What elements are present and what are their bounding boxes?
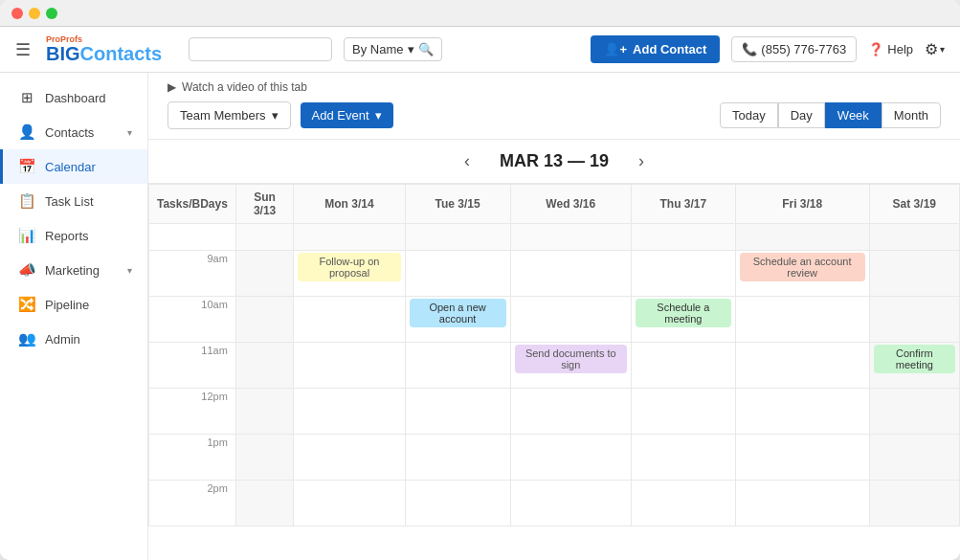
sidebar: ⊞ Dashboard 👤 Contacts ▾ 📅 Calendar 📋 Ta… xyxy=(0,73,148,560)
calendar-cell[interactable] xyxy=(735,481,869,526)
calendar-cell[interactable] xyxy=(235,389,293,435)
calendar-cell[interactable] xyxy=(735,297,869,343)
minimize-button[interactable] xyxy=(29,8,40,19)
calendar-navigation: ‹ MAR 13 — 19 › xyxy=(148,140,960,184)
marketing-icon: 📣 xyxy=(18,261,35,279)
calendar-cell[interactable] xyxy=(632,389,736,435)
contacts-icon: 👤 xyxy=(18,123,35,141)
calendar-cell[interactable] xyxy=(632,481,736,526)
sidebar-item-task-list[interactable]: 📋 Task List xyxy=(0,184,147,218)
sidebar-label-marketing: Marketing xyxy=(45,263,100,278)
event-chip[interactable]: Send documents to sign xyxy=(515,345,628,373)
tasks-time-label xyxy=(149,224,236,251)
event-chip[interactable]: Schedule a meeting xyxy=(636,299,731,327)
logo-contacts: Contacts xyxy=(80,44,163,63)
view-day-button[interactable]: Day xyxy=(778,102,825,128)
help-icon: ❓ xyxy=(868,42,883,56)
calendar-cell[interactable] xyxy=(632,435,736,481)
calendar-cell[interactable] xyxy=(869,481,959,526)
sidebar-item-admin[interactable]: 👥 Admin xyxy=(0,322,147,356)
add-event-button[interactable]: Add Event ▾ xyxy=(301,102,393,128)
calendar-cell[interactable] xyxy=(405,389,510,435)
calendar-cell[interactable] xyxy=(869,435,959,481)
search-input[interactable] xyxy=(197,42,324,56)
settings-button[interactable]: ⚙ ▾ xyxy=(925,40,945,58)
sidebar-item-reports[interactable]: 📊 Reports xyxy=(0,218,147,253)
sidebar-item-dashboard[interactable]: ⊞ Dashboard xyxy=(0,80,147,115)
calendar-cell[interactable] xyxy=(294,343,405,389)
watch-video-link[interactable]: ▶ Watch a video of this tab xyxy=(167,80,941,94)
by-name-dropdown[interactable]: By Name ▾ 🔍 xyxy=(344,37,441,61)
prev-arrow[interactable]: ‹ xyxy=(454,151,480,171)
sidebar-item-marketing[interactable]: 📣 Marketing ▾ xyxy=(0,253,147,287)
team-members-label: Team Members xyxy=(180,108,266,123)
calendar-cell[interactable] xyxy=(510,297,632,343)
sidebar-item-contacts[interactable]: 👤 Contacts ▾ xyxy=(0,115,147,149)
main-layout: ⊞ Dashboard 👤 Contacts ▾ 📅 Calendar 📋 Ta… xyxy=(0,73,960,560)
event-chip[interactable]: Open a new account xyxy=(410,299,506,327)
event-chip[interactable]: Confirm meeting xyxy=(874,345,955,373)
time-label: 12pm xyxy=(149,389,236,435)
calendar-cell[interactable] xyxy=(510,481,632,526)
traffic-lights xyxy=(11,8,57,19)
calendar-cell[interactable] xyxy=(735,343,869,389)
play-icon: ▶ xyxy=(167,80,176,94)
sidebar-label-dashboard: Dashboard xyxy=(45,91,106,105)
calendar-cell[interactable] xyxy=(405,251,510,297)
time-row: 1pm xyxy=(149,435,960,481)
calendar-cell[interactable] xyxy=(294,389,405,435)
calendar-cell[interactable]: Confirm meeting xyxy=(869,343,959,389)
event-chip[interactable]: Schedule an account review xyxy=(740,253,865,281)
team-members-dropdown[interactable]: Team Members ▾ xyxy=(167,101,291,129)
calendar-cell[interactable] xyxy=(869,251,959,297)
add-contact-icon: 👤+ xyxy=(604,42,627,56)
calendar-cell[interactable] xyxy=(735,435,869,481)
sidebar-label-reports: Reports xyxy=(45,229,89,243)
calendar-cell[interactable] xyxy=(510,251,632,297)
sidebar-item-calendar[interactable]: 📅 Calendar xyxy=(0,149,147,184)
view-today-button[interactable]: Today xyxy=(720,102,778,128)
calendar-cell[interactable] xyxy=(869,297,959,343)
calendar-cell[interactable] xyxy=(235,251,293,297)
help-button[interactable]: ❓ Help xyxy=(868,42,913,56)
sidebar-item-pipeline[interactable]: 🔀 Pipeline xyxy=(0,287,147,322)
calendar-cell[interactable] xyxy=(632,251,736,297)
calendar-cell[interactable] xyxy=(405,435,510,481)
calendar-cell[interactable] xyxy=(294,481,405,526)
maximize-button[interactable] xyxy=(46,8,57,19)
calendar-cell[interactable] xyxy=(735,389,869,435)
calendar-cell[interactable] xyxy=(510,435,632,481)
calendar-cell[interactable] xyxy=(235,481,293,526)
add-contact-button[interactable]: 👤+ Add Contact xyxy=(591,35,720,63)
calendar-cell[interactable] xyxy=(235,297,293,343)
calendar-cell[interactable] xyxy=(235,343,293,389)
tasks-cell xyxy=(235,224,293,251)
calendar-cell[interactable]: Follow-up on proposal xyxy=(294,251,405,297)
calendar-cell[interactable] xyxy=(294,297,405,343)
next-arrow[interactable]: › xyxy=(628,151,655,171)
pipeline-icon: 🔀 xyxy=(18,296,35,313)
logo-big: BIG xyxy=(46,44,80,63)
time-row: 12pm xyxy=(149,389,960,435)
view-week-button[interactable]: Week xyxy=(825,102,882,128)
calendar-cell[interactable] xyxy=(294,435,405,481)
calendar-cell[interactable]: Open a new account xyxy=(405,297,510,343)
hamburger-icon[interactable]: ☰ xyxy=(15,39,31,60)
calendar-cell[interactable] xyxy=(405,343,510,389)
search-wrap xyxy=(189,37,332,61)
view-month-button[interactable]: Month xyxy=(882,102,941,128)
calendar-cell[interactable] xyxy=(405,481,510,526)
col-header-thu: Thu 3/17 xyxy=(632,185,736,224)
calendar-cell[interactable] xyxy=(235,435,293,481)
calendar-cell[interactable]: Schedule a meeting xyxy=(632,297,736,343)
event-chip[interactable]: Follow-up on proposal xyxy=(298,253,400,281)
col-header-wed: Wed 3/16 xyxy=(510,185,632,224)
calendar-cell[interactable] xyxy=(510,389,632,435)
close-button[interactable] xyxy=(11,8,23,19)
calendar-cell[interactable]: Send documents to sign xyxy=(510,343,632,389)
calendar-cell[interactable] xyxy=(632,343,736,389)
calendar-cell[interactable]: Schedule an account review xyxy=(735,251,869,297)
main-content: ▶ Watch a video of this tab Team Members… xyxy=(148,73,960,560)
calendar-cell[interactable] xyxy=(869,389,959,435)
toolbar: Team Members ▾ Add Event ▾ Today Day Wee… xyxy=(167,101,941,139)
